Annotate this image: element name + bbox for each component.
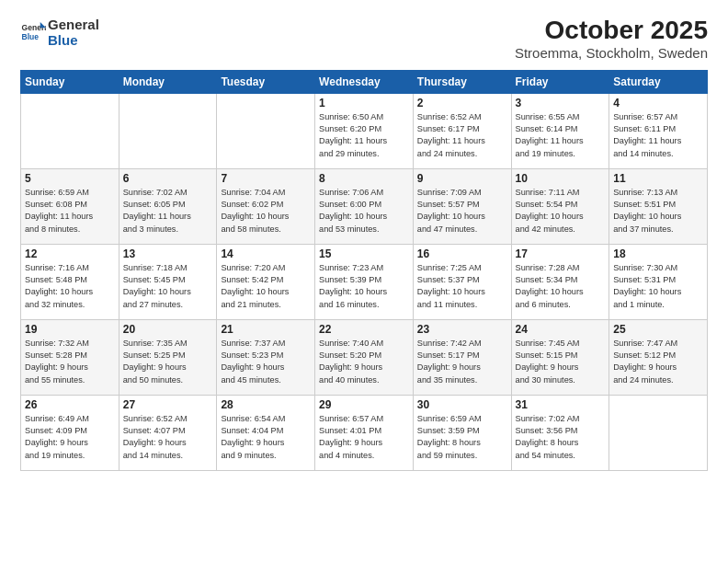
calendar-cell-w1-d3	[217, 93, 315, 168]
calendar-cell-w5-d2: 27Sunrise: 6:52 AMSunset: 4:07 PMDayligh…	[119, 395, 217, 470]
day-info: Sunrise: 7:18 AMSunset: 5:45 PMDaylight:…	[123, 262, 213, 311]
day-number: 11	[613, 172, 703, 185]
calendar-cell-w2-d5: 9Sunrise: 7:09 AMSunset: 5:57 PMDaylight…	[413, 168, 511, 244]
day-number: 7	[221, 172, 311, 185]
day-info: Sunrise: 7:11 AMSunset: 5:54 PMDaylight:…	[516, 187, 606, 236]
calendar-cell-w3-d5: 16Sunrise: 7:25 AMSunset: 5:37 PMDayligh…	[413, 244, 511, 319]
day-number: 30	[417, 398, 507, 411]
day-info: Sunrise: 7:02 AMSunset: 3:56 PMDaylight:…	[516, 413, 606, 462]
calendar-cell-w2-d2: 6Sunrise: 7:02 AMSunset: 6:05 PMDaylight…	[119, 168, 217, 244]
day-info: Sunrise: 6:59 AMSunset: 6:08 PMDaylight:…	[25, 187, 115, 236]
day-number: 23	[417, 323, 507, 336]
calendar-cell-w2-d7: 11Sunrise: 7:13 AMSunset: 5:51 PMDayligh…	[609, 168, 708, 244]
day-info: Sunrise: 7:42 AMSunset: 5:17 PMDaylight:…	[417, 338, 507, 386]
calendar-cell-w2-d1: 5Sunrise: 6:59 AMSunset: 6:08 PMDaylight…	[21, 168, 119, 244]
calendar-cell-w2-d3: 7Sunrise: 7:04 AMSunset: 6:02 PMDaylight…	[217, 168, 315, 244]
page-subtitle: Stroemma, Stockholm, Sweden	[515, 45, 708, 61]
calendar-cell-w4-d1: 19Sunrise: 7:32 AMSunset: 5:28 PMDayligh…	[21, 319, 119, 395]
calendar-week-1: 1Sunrise: 6:50 AMSunset: 6:20 PMDaylight…	[21, 93, 708, 168]
calendar-cell-w1-d7: 4Sunrise: 6:57 AMSunset: 6:11 PMDaylight…	[609, 93, 708, 168]
calendar-cell-w5-d7	[609, 395, 708, 470]
calendar-cell-w1-d1	[21, 93, 119, 168]
day-info: Sunrise: 7:16 AMSunset: 5:48 PMDaylight:…	[25, 262, 115, 311]
day-number: 19	[25, 323, 115, 336]
calendar-cell-w5-d1: 26Sunrise: 6:49 AMSunset: 4:09 PMDayligh…	[21, 395, 119, 470]
day-info: Sunrise: 7:23 AMSunset: 5:39 PMDaylight:…	[319, 262, 409, 311]
header: General Blue General Blue October 2025 S…	[20, 17, 708, 61]
header-thursday: Thursday	[413, 70, 511, 93]
calendar-cell-w2-d4: 8Sunrise: 7:06 AMSunset: 6:00 PMDaylight…	[315, 168, 414, 244]
day-info: Sunrise: 7:20 AMSunset: 5:42 PMDaylight:…	[221, 262, 311, 311]
day-number: 16	[417, 247, 507, 260]
calendar-cell-w1-d5: 2Sunrise: 6:52 AMSunset: 6:17 PMDaylight…	[413, 93, 511, 168]
day-number: 31	[516, 398, 606, 411]
day-info: Sunrise: 7:47 AMSunset: 5:12 PMDaylight:…	[613, 338, 703, 386]
calendar-cell-w3-d2: 13Sunrise: 7:18 AMSunset: 5:45 PMDayligh…	[119, 244, 217, 319]
page-title: October 2025	[515, 17, 708, 45]
day-number: 10	[516, 172, 606, 185]
calendar-cell-w3-d4: 15Sunrise: 7:23 AMSunset: 5:39 PMDayligh…	[315, 244, 414, 319]
day-number: 6	[123, 172, 213, 185]
logo-text: General Blue	[48, 17, 99, 49]
day-info: Sunrise: 6:50 AMSunset: 6:20 PMDaylight:…	[319, 111, 409, 160]
day-info: Sunrise: 7:32 AMSunset: 5:28 PMDaylight:…	[25, 338, 115, 386]
day-info: Sunrise: 6:55 AMSunset: 6:14 PMDaylight:…	[516, 111, 606, 160]
day-number: 28	[221, 398, 311, 411]
day-number: 17	[516, 247, 606, 260]
day-number: 9	[417, 172, 507, 185]
day-info: Sunrise: 7:13 AMSunset: 5:51 PMDaylight:…	[613, 187, 703, 236]
day-number: 24	[516, 323, 606, 336]
day-number: 3	[516, 97, 606, 109]
day-number: 25	[613, 323, 703, 336]
day-number: 22	[319, 323, 409, 336]
calendar-cell-w4-d3: 21Sunrise: 7:37 AMSunset: 5:23 PMDayligh…	[217, 319, 315, 395]
day-info: Sunrise: 7:04 AMSunset: 6:02 PMDaylight:…	[221, 187, 311, 236]
day-number: 20	[123, 323, 213, 336]
calendar-cell-w2-d6: 10Sunrise: 7:11 AMSunset: 5:54 PMDayligh…	[511, 168, 609, 244]
calendar-cell-w5-d4: 29Sunrise: 6:57 AMSunset: 4:01 PMDayligh…	[315, 395, 414, 470]
day-info: Sunrise: 7:06 AMSunset: 6:00 PMDaylight:…	[319, 187, 409, 236]
day-info: Sunrise: 7:09 AMSunset: 5:57 PMDaylight:…	[417, 187, 507, 236]
day-info: Sunrise: 7:28 AMSunset: 5:34 PMDaylight:…	[516, 262, 606, 311]
day-info: Sunrise: 7:45 AMSunset: 5:15 PMDaylight:…	[516, 338, 606, 386]
header-friday: Friday	[511, 70, 609, 93]
day-info: Sunrise: 7:37 AMSunset: 5:23 PMDaylight:…	[221, 338, 311, 386]
day-number: 27	[123, 398, 213, 411]
day-info: Sunrise: 6:57 AMSunset: 6:11 PMDaylight:…	[613, 111, 703, 160]
calendar-cell-w1-d6: 3Sunrise: 6:55 AMSunset: 6:14 PMDaylight…	[511, 93, 609, 168]
day-info: Sunrise: 7:35 AMSunset: 5:25 PMDaylight:…	[123, 338, 213, 386]
calendar-week-4: 19Sunrise: 7:32 AMSunset: 5:28 PMDayligh…	[21, 319, 708, 395]
day-number: 4	[613, 97, 703, 109]
calendar-cell-w3-d7: 18Sunrise: 7:30 AMSunset: 5:31 PMDayligh…	[609, 244, 708, 319]
header-monday: Monday	[119, 70, 217, 93]
calendar-cell-w4-d7: 25Sunrise: 7:47 AMSunset: 5:12 PMDayligh…	[609, 319, 708, 395]
calendar-cell-w3-d3: 14Sunrise: 7:20 AMSunset: 5:42 PMDayligh…	[217, 244, 315, 319]
calendar-cell-w5-d5: 30Sunrise: 6:59 AMSunset: 3:59 PMDayligh…	[413, 395, 511, 470]
title-block: October 2025 Stroemma, Stockholm, Sweden	[515, 17, 708, 61]
day-number: 21	[221, 323, 311, 336]
day-number: 5	[25, 172, 115, 185]
logo: General Blue General Blue	[20, 17, 99, 49]
day-info: Sunrise: 7:40 AMSunset: 5:20 PMDaylight:…	[319, 338, 409, 386]
calendar-header-row: Sunday Monday Tuesday Wednesday Thursday…	[21, 70, 708, 93]
calendar-cell-w3-d1: 12Sunrise: 7:16 AMSunset: 5:48 PMDayligh…	[21, 244, 119, 319]
day-number: 29	[319, 398, 409, 411]
header-saturday: Saturday	[609, 70, 708, 93]
day-number: 1	[319, 97, 409, 109]
day-number: 18	[613, 247, 703, 260]
day-info: Sunrise: 6:52 AMSunset: 4:07 PMDaylight:…	[123, 413, 213, 462]
calendar-cell-w4-d2: 20Sunrise: 7:35 AMSunset: 5:25 PMDayligh…	[119, 319, 217, 395]
calendar-cell-w4-d4: 22Sunrise: 7:40 AMSunset: 5:20 PMDayligh…	[315, 319, 414, 395]
page: General Blue General Blue October 2025 S…	[0, 0, 728, 480]
day-number: 2	[417, 97, 507, 109]
logo-icon: General Blue	[20, 19, 46, 45]
day-number: 14	[221, 247, 311, 260]
header-tuesday: Tuesday	[217, 70, 315, 93]
header-wednesday: Wednesday	[315, 70, 414, 93]
header-sunday: Sunday	[21, 70, 119, 93]
calendar-cell-w4-d6: 24Sunrise: 7:45 AMSunset: 5:15 PMDayligh…	[511, 319, 609, 395]
day-info: Sunrise: 7:30 AMSunset: 5:31 PMDaylight:…	[613, 262, 703, 311]
day-number: 13	[123, 247, 213, 260]
day-info: Sunrise: 6:57 AMSunset: 4:01 PMDaylight:…	[319, 413, 409, 462]
calendar-cell-w1-d2	[119, 93, 217, 168]
